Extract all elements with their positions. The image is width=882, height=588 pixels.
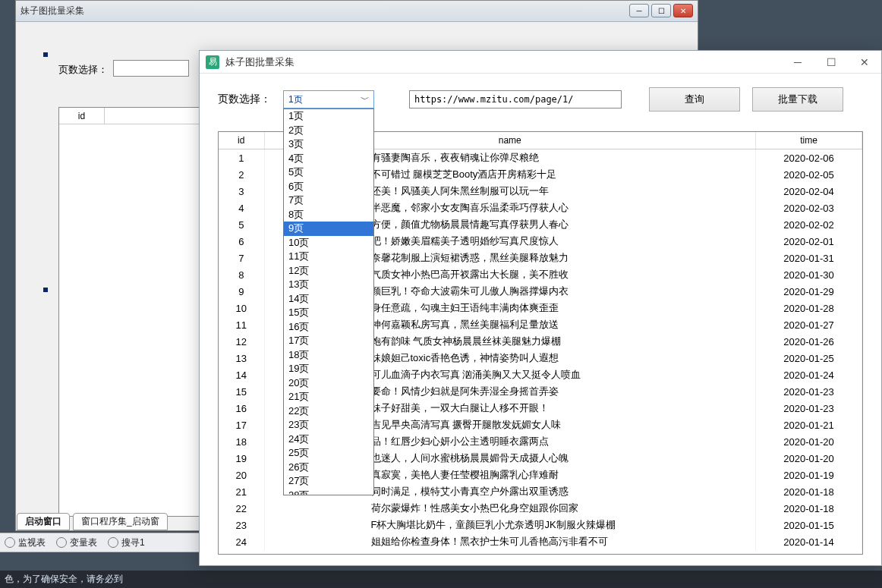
cell-time: 2020-01-24 — [756, 366, 862, 383]
combo-option[interactable]: 14页 — [284, 292, 373, 307]
cell-id: 4 — [219, 200, 264, 216]
cell-name: F杯大胸堪比奶牛，童颜巨乳小尤奈透明JK制服火辣爆棚 — [264, 517, 756, 533]
chevron-down-icon: ﹀ — [360, 94, 370, 105]
minimize-button[interactable]: ─ — [629, 4, 649, 17]
cell-id: 22 — [219, 500, 264, 517]
combo-option[interactable]: 4页 — [284, 152, 373, 166]
maximize-button[interactable]: ☐ — [651, 4, 671, 17]
design-table: id — [58, 107, 210, 517]
design-pages-label: 页数选择： — [58, 63, 108, 77]
combo-option[interactable]: 19页 — [284, 362, 373, 376]
pages-combobox[interactable]: 1页 ﹀ — [283, 90, 374, 108]
cell-id: 13 — [219, 350, 264, 366]
cell-time: 2020-01-23 — [756, 400, 862, 417]
cell-id: 8 — [219, 266, 264, 283]
design-th-id: id — [59, 108, 105, 124]
cell-id: 9 — [219, 283, 264, 300]
cell-id: 23 — [219, 517, 264, 533]
close-button[interactable]: ✕ — [848, 51, 881, 74]
cell-id: 7 — [219, 250, 264, 266]
cell-name: 姐姐给你检查身体！黑衣护士朱可儿香艳高污非看不可 — [264, 533, 756, 550]
cell-time: 2020-02-02 — [756, 216, 862, 233]
tab-window-program[interactable]: 窗口程序集_启动窗 — [73, 513, 168, 530]
cell-time: 2020-01-20 — [756, 433, 862, 450]
combo-option[interactable]: 27页 — [284, 474, 373, 489]
combo-option[interactable]: 2页 — [284, 124, 373, 138]
combo-option[interactable]: 24页 — [284, 432, 373, 447]
app-icon: 易 — [206, 55, 219, 69]
design-titlebar: 妹子图批量采集 ─ ☐ ✕ — [16, 1, 698, 22]
cell-time: 2020-02-01 — [756, 233, 862, 250]
pages-dropdown[interactable]: 1页2页3页4页5页6页7页8页9页10页11页12页13页14页15页16页1… — [283, 108, 374, 495]
url-input[interactable] — [409, 90, 622, 108]
cell-id: 3 — [219, 183, 264, 200]
combo-option[interactable]: 21页 — [284, 390, 373, 404]
combo-option[interactable]: 28页 — [284, 489, 373, 496]
combo-option[interactable]: 17页 — [284, 334, 373, 348]
form-row: 页数选择： 1页 ﹀ 1页2页3页4页5页6页7页8页9页10页11页12页13… — [218, 87, 863, 112]
table-row[interactable]: 22荷尔蒙爆炸！性感美女小热巴化身空姐跟你回家2020-01-18 — [219, 500, 862, 517]
cell-time: 2020-01-19 — [756, 467, 862, 483]
design-title: 妹子图批量采集 — [20, 5, 84, 17]
download-button[interactable]: 批量下载 — [752, 87, 843, 112]
toolbar-search[interactable]: 搜寻1 — [108, 536, 145, 549]
cell-id: 15 — [219, 383, 264, 400]
cell-time: 2020-01-31 — [756, 250, 862, 266]
combo-option[interactable]: 11页 — [284, 250, 373, 264]
close-button[interactable]: ✕ — [673, 4, 693, 17]
table-row[interactable]: 23F杯大胸堪比奶牛，童颜巨乳小尤奈透明JK制服火辣爆棚2020-01-15 — [219, 517, 862, 533]
maximize-button[interactable]: ☐ — [814, 51, 848, 74]
combo-option[interactable]: 7页 — [284, 193, 373, 208]
combo-option[interactable]: 20页 — [284, 376, 373, 391]
cell-id: 18 — [219, 433, 264, 450]
cell-time: 2020-01-28 — [756, 300, 862, 316]
cell-id: 19 — [219, 450, 264, 467]
combo-option[interactable]: 5页 — [284, 165, 373, 180]
cell-id: 2 — [219, 166, 264, 183]
combo-option[interactable]: 25页 — [284, 446, 373, 461]
cell-time: 2020-01-25 — [756, 350, 862, 366]
combo-option[interactable]: 10页 — [284, 236, 373, 250]
design-pages-input[interactable] — [113, 60, 189, 77]
cell-time: 2020-01-15 — [756, 517, 862, 533]
combo-option[interactable]: 13页 — [284, 278, 373, 292]
status-text: 色，为了确保安全，请务必到 — [5, 573, 123, 586]
combo-option[interactable]: 3页 — [284, 137, 373, 152]
search-icon — [108, 537, 118, 548]
combo-option[interactable]: 15页 — [284, 306, 373, 320]
combo-option[interactable]: 6页 — [284, 180, 373, 194]
cell-time: 2020-01-18 — [756, 500, 862, 517]
th-time[interactable]: time — [756, 132, 862, 149]
magnifier-icon — [5, 537, 15, 548]
combo-option[interactable]: 18页 — [284, 348, 373, 363]
ide-tabs: 启动窗口 窗口程序集_启动窗 — [17, 513, 168, 530]
th-id[interactable]: id — [219, 132, 264, 149]
combo-option[interactable]: 22页 — [284, 404, 373, 419]
cell-time: 2020-01-30 — [756, 266, 862, 283]
cell-id: 6 — [219, 233, 264, 250]
combo-option[interactable]: 16页 — [284, 320, 373, 335]
toolbar-watch[interactable]: 监视表 — [5, 536, 46, 549]
query-button[interactable]: 查询 — [649, 87, 740, 112]
combo-option[interactable]: 26页 — [284, 461, 373, 475]
cell-time: 2020-02-06 — [756, 149, 862, 167]
table-row[interactable]: 24姐姐给你检查身体！黑衣护士朱可儿香艳高污非看不可2020-01-14 — [219, 533, 862, 550]
cell-id: 16 — [219, 400, 264, 417]
runtime-titlebar: 易 妹子图批量采集 ─ ☐ ✕ — [200, 51, 881, 74]
cell-id: 12 — [219, 333, 264, 350]
cell-time: 2020-02-05 — [756, 166, 862, 183]
cell-id: 21 — [219, 483, 264, 500]
cell-time: 2020-01-14 — [756, 533, 862, 550]
combo-option[interactable]: 8页 — [284, 208, 373, 222]
ide-statusbar: 色，为了确保安全，请务必到 — [0, 571, 882, 588]
cell-id: 5 — [219, 216, 264, 233]
pin-icon — [56, 537, 67, 548]
combo-option[interactable]: 12页 — [284, 264, 373, 278]
minimize-button[interactable]: ─ — [781, 51, 814, 74]
combo-option[interactable]: 1页 — [284, 109, 373, 124]
toolbar-vars[interactable]: 变量表 — [56, 536, 97, 549]
tab-launch-window[interactable]: 启动窗口 — [17, 513, 70, 530]
cell-time: 2020-01-23 — [756, 383, 862, 400]
combo-option[interactable]: 23页 — [284, 418, 373, 432]
combo-option[interactable]: 9页 — [284, 222, 373, 236]
